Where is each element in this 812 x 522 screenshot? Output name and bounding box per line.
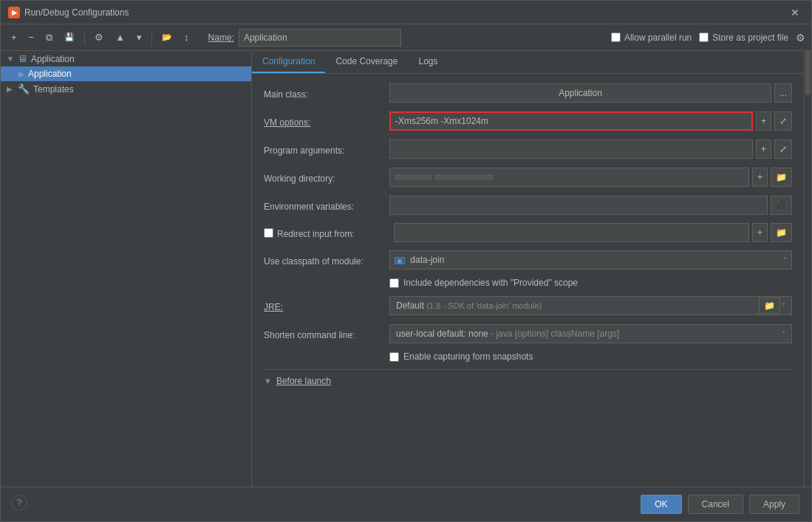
include-deps-checkbox[interactable] — [389, 278, 399, 288]
vm-options-input[interactable] — [389, 111, 753, 131]
classpath-dropdown-arrow: ˅ — [783, 256, 787, 264]
tree-label-templates: Templates — [33, 84, 74, 95]
copy-config-button[interactable]: ⧉ — [41, 30, 57, 46]
help-button[interactable]: ? — [11, 495, 27, 511]
jre-select[interactable]: Default (1.8 - SDK of 'data-join' module… — [389, 296, 792, 315]
working-dir-display — [389, 168, 749, 187]
env-vars-input[interactable] — [389, 196, 768, 215]
scroll-thumb — [805, 51, 811, 95]
jre-dropdown-arrow: ˅ — [782, 302, 785, 310]
dialog-title: Run/Debug Configurations — [24, 7, 129, 18]
before-launch-collapse[interactable]: ▼ — [264, 377, 272, 385]
include-deps-label: Include dependencies with "Provided" sco… — [403, 278, 578, 288]
main-class-input[interactable] — [389, 83, 771, 103]
right-scrollbar[interactable] — [804, 51, 811, 487]
main-content: ▼ 🖥 Application ▶ Application ▶ 🔧 Templa… — [1, 51, 811, 487]
tree-item-templates[interactable]: ▶ 🔧 Templates — [1, 81, 251, 97]
shorten-select[interactable]: user-local default: none - java [options… — [389, 324, 792, 343]
ok-button[interactable]: OK — [641, 495, 681, 514]
main-class-browse-button[interactable]: ... — [774, 83, 792, 103]
redirect-browse-button[interactable]: 📁 — [771, 223, 792, 242]
vm-options-label: VM options: — [264, 114, 389, 128]
add-config-button[interactable]: + — [7, 30, 21, 45]
redirect-input-input[interactable] — [394, 223, 749, 242]
jre-row: JRE: Default (1.8 - SDK of 'data-join' m… — [264, 295, 792, 316]
cancel-button[interactable]: Cancel — [688, 495, 743, 514]
shorten-field: user-local default: none - java [options… — [389, 324, 792, 343]
program-args-input[interactable] — [389, 140, 753, 159]
enable-capturing-label: Enable capturing form snapshots — [403, 351, 533, 362]
working-dir-field: + 📁 — [389, 168, 792, 187]
enable-capturing-row: Enable capturing form snapshots — [264, 351, 792, 362]
tree-label-application: Application — [28, 69, 72, 79]
enable-capturing-checkbox[interactable] — [389, 352, 399, 362]
tab-code-coverage[interactable]: Code Coverage — [325, 51, 408, 73]
gear-button[interactable]: ⚙ — [796, 32, 805, 44]
env-vars-browse-button[interactable]: ⬛ — [771, 196, 792, 215]
run-debug-dialog: ▶ Run/Debug Configurations ✕ + − ⧉ 💾 ⚙ ▲… — [0, 0, 812, 522]
classpath-label: Use classpath of module: — [264, 253, 389, 267]
allow-parallel-checkbox[interactable] — [611, 32, 621, 42]
save-config-button[interactable]: 💾 — [60, 30, 79, 44]
jre-field: Default (1.8 - SDK of 'data-join' module… — [389, 296, 792, 315]
config-content: Main class: ... VM options: + ⤢ — [252, 74, 804, 487]
settings-button[interactable]: ⚙ — [90, 30, 108, 45]
toolbar-separator-2 — [151, 30, 152, 45]
env-vars-field: ⬛ — [389, 196, 792, 215]
before-launch-section: ▼ Before launch — [264, 369, 792, 392]
redirect-input-label: Redirect input from: — [277, 226, 355, 239]
env-vars-row: Environment variables: ⬛ — [264, 195, 792, 216]
vm-options-add-button[interactable]: + — [756, 111, 771, 131]
apply-button[interactable]: Apply — [749, 495, 799, 514]
remove-config-button[interactable]: − — [24, 30, 39, 45]
jre-label: JRE: — [264, 299, 389, 312]
vm-options-expand-button[interactable]: ⤢ — [774, 111, 792, 131]
expand-arrow-templates: ▶ — [7, 85, 14, 93]
tab-logs[interactable]: Logs — [408, 51, 448, 73]
up-button[interactable]: ▲ — [111, 30, 129, 45]
tree-item-application-group[interactable]: ▼ 🖥 Application — [1, 51, 251, 66]
store-as-project-label[interactable]: Store as project file — [699, 32, 788, 43]
allow-parallel-label[interactable]: Allow parallel run — [611, 32, 692, 43]
program-args-row: Program arguments: + ⤢ — [264, 139, 792, 159]
program-args-expand-button[interactable]: ⤢ — [774, 140, 792, 159]
module-icon: ▣ — [395, 257, 405, 264]
sort-button[interactable]: ↕ — [180, 30, 194, 45]
env-vars-label: Environment variables: — [264, 199, 389, 212]
store-as-project-checkbox[interactable] — [699, 32, 709, 42]
app-icon: ▶ — [8, 7, 20, 18]
folder-button[interactable]: 📂 — [157, 30, 177, 44]
name-section: Name: — [208, 29, 401, 47]
program-args-label: Program arguments: — [264, 142, 389, 156]
redirect-input-checkbox[interactable] — [264, 228, 273, 238]
redirect-input-row: Redirect input from: + 📁 — [264, 223, 792, 242]
working-dir-row: Working directory: + 📁 — [264, 167, 792, 188]
redirect-add-button[interactable]: + — [752, 223, 768, 242]
main-class-row: Main class: ... — [264, 83, 792, 103]
tree-label-application-group: Application — [31, 54, 75, 64]
caret-button[interactable]: ▾ — [132, 30, 146, 45]
before-launch-label: Before launch — [276, 376, 331, 386]
close-button[interactable]: ✕ — [786, 5, 804, 20]
folder-icon-templates: 🔧 — [18, 83, 30, 95]
toolbar-separator-1 — [84, 30, 85, 45]
working-dir-add-button[interactable]: + — [752, 168, 768, 187]
classpath-field: ▣ data-join ˅ — [389, 250, 792, 269]
toolbar: + − ⧉ 💾 ⚙ ▲ ▾ 📂 ↕ Name: Allow parallel r… — [1, 24, 811, 51]
name-label: Name: — [208, 32, 234, 43]
classpath-row: Use classpath of module: ▣ data-join ˅ — [264, 250, 792, 270]
program-args-add-button[interactable]: + — [756, 140, 771, 159]
tabs: Configuration Code Coverage Logs — [252, 51, 804, 74]
program-args-field: + ⤢ — [389, 140, 792, 159]
title-bar: ▶ Run/Debug Configurations ✕ — [1, 1, 811, 24]
classpath-select[interactable]: ▣ data-join ˅ — [389, 250, 792, 269]
name-input[interactable] — [239, 29, 401, 47]
shorten-label: Shorten command line: — [264, 327, 389, 340]
tree-item-application[interactable]: ▶ Application — [1, 66, 251, 81]
working-dir-browse-button[interactable]: 📁 — [771, 168, 792, 187]
redirect-label-area: Redirect input from: — [264, 226, 389, 239]
tab-configuration[interactable]: Configuration — [252, 51, 325, 73]
redirect-input-field: + 📁 — [394, 223, 792, 242]
jre-browse-button[interactable]: 📁 — [759, 298, 780, 314]
shorten-dropdown-arrow: ˅ — [782, 330, 785, 338]
